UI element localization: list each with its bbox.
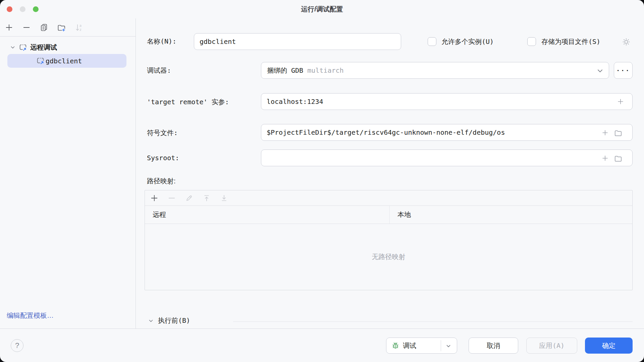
copy-icon (40, 23, 48, 32)
svg-text:a: a (79, 24, 82, 27)
sidebar-toolbar: a z (5, 23, 83, 32)
debugger-value-suffix: multiarch (307, 66, 343, 74)
apply-button[interactable]: 应用(A) (526, 338, 577, 354)
before-launch-section[interactable]: 执行前(B) (148, 316, 190, 325)
run-debug-config-dialog: 运行/调试配置 a z (0, 0, 644, 362)
add-macro-icon[interactable] (616, 98, 625, 106)
remove-mapping-button[interactable] (167, 194, 176, 202)
split-divider (441, 340, 441, 351)
plus-icon (150, 194, 159, 202)
cancel-button[interactable]: 取消 (469, 338, 518, 354)
chevron-down-icon (148, 318, 154, 324)
help-button[interactable]: ? (11, 339, 23, 352)
edit-templates-link[interactable]: 编辑配置模板… (7, 311, 54, 320)
more-options-button[interactable]: ... (614, 62, 633, 79)
remote-debug-config-icon (18, 43, 28, 52)
minus-icon (22, 23, 31, 32)
tree-group-label: 远程调试 (30, 43, 57, 52)
debugger-select[interactable]: 捆绑的 GDB multiarch (261, 62, 609, 79)
before-launch-divider (233, 321, 633, 322)
open-folder-icon[interactable] (614, 128, 623, 137)
sysroot-input[interactable] (261, 149, 633, 166)
sort-configurations-button[interactable]: a z (74, 23, 83, 32)
path-mappings-empty-text: 无路径映射 (145, 224, 632, 290)
sidebar-toolbar-divider (0, 36, 136, 37)
move-down-icon (220, 194, 228, 202)
symbol-file-input[interactable] (261, 124, 633, 141)
add-mapping-button[interactable] (150, 194, 159, 202)
symbol-file-label: 符号文件: (147, 128, 178, 137)
column-header-local[interactable]: 本地 (390, 206, 411, 224)
open-folder-icon[interactable] (614, 154, 623, 163)
move-up-button[interactable] (202, 194, 211, 202)
remote-debug-config-icon (36, 56, 45, 65)
chevron-down-icon (596, 67, 604, 75)
move-down-button[interactable] (220, 194, 228, 202)
footer-divider (0, 328, 644, 329)
path-mappings-header: 远程 本地 (145, 205, 632, 224)
move-up-icon (202, 194, 211, 202)
debug-button-label: 调试 (403, 341, 416, 350)
titlebar: 运行/调试配置 (0, 0, 644, 18)
new-folder-icon (57, 23, 66, 32)
store-as-project-checkbox[interactable] (527, 37, 536, 46)
minus-icon (167, 194, 176, 202)
add-configuration-button[interactable] (5, 23, 13, 32)
chevron-down-icon (10, 44, 16, 50)
store-as-project-label[interactable]: 存储为项目文件(S) (541, 37, 600, 46)
remove-configuration-button[interactable] (22, 23, 31, 32)
svg-text:z: z (79, 28, 82, 32)
tree-item-gdbclient[interactable]: gdbclient (7, 54, 126, 68)
allow-multiple-label[interactable]: 允许多个实例(U) (441, 37, 494, 46)
bug-icon (391, 342, 399, 350)
chevron-down-icon[interactable] (445, 342, 452, 350)
add-macro-icon[interactable] (601, 129, 609, 137)
edit-pencil-icon (185, 194, 194, 202)
debugger-value: 捆绑的 GDB (267, 66, 303, 75)
sort-az-icon: a z (74, 23, 83, 32)
plus-icon (5, 23, 13, 32)
before-launch-label: 执行前(B) (158, 316, 190, 325)
allow-multiple-checkbox[interactable] (428, 37, 436, 46)
add-macro-icon[interactable] (601, 154, 609, 162)
debug-split-button[interactable]: 调试 (386, 338, 457, 354)
path-mappings-table: 远程 本地 无路径映射 (145, 190, 633, 290)
sysroot-label: Sysroot: (147, 154, 179, 162)
tree-group-remote-debug[interactable]: 远程调试 (10, 41, 57, 54)
path-mappings-label: 路径映射: (147, 177, 176, 186)
ok-button[interactable]: 确定 (585, 338, 633, 354)
new-folder-button[interactable] (57, 23, 66, 32)
tree-item-label: gdbclient (46, 57, 82, 65)
path-mappings-toolbar (145, 190, 632, 205)
target-remote-input[interactable] (261, 93, 633, 110)
name-input[interactable] (194, 33, 401, 50)
target-remote-label: 'target remote' 实参: (147, 98, 229, 107)
gear-icon[interactable] (622, 38, 631, 46)
debugger-label: 调试器: (147, 66, 171, 75)
window-title: 运行/调试配置 (0, 0, 644, 18)
name-label: 名称(N): (147, 37, 176, 46)
column-header-remote[interactable]: 远程 (145, 206, 390, 224)
sidebar-divider (136, 18, 136, 328)
edit-mapping-button[interactable] (185, 194, 194, 202)
copy-configuration-button[interactable] (40, 23, 48, 32)
